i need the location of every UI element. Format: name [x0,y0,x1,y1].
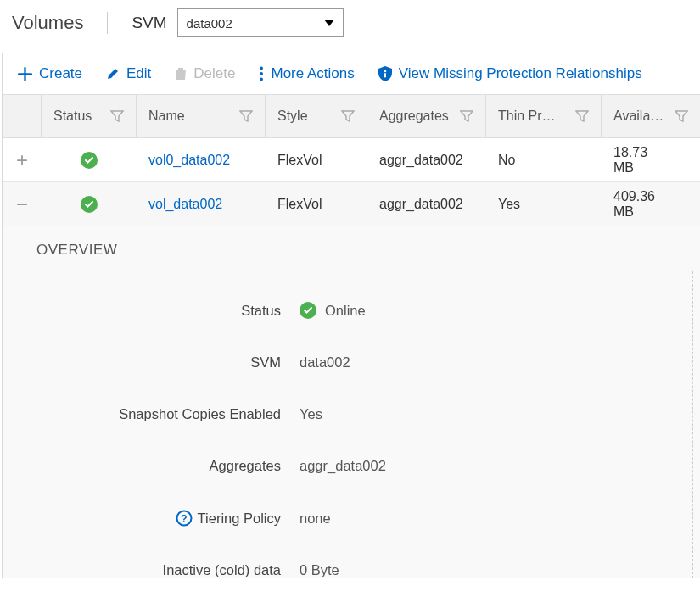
prop-value-aggregates: aggr_data002 [300,458,386,474]
volume-link[interactable]: vol_data002 [148,197,222,212]
prop-label-aggregates: Aggregates [36,458,300,474]
table-row[interactable]: − vol_data002 FlexVol aggr_data002 Yes 4… [3,182,700,226]
page-title: Volumes [12,12,83,34]
filter-icon[interactable] [341,110,355,122]
svg-point-1 [260,72,263,75]
more-actions-label: More Actions [271,65,354,82]
status-online-icon [81,196,98,213]
filter-icon[interactable] [675,110,688,122]
overview-heading: OVERVIEW [36,242,693,271]
cell-style: FlexVol [266,153,367,168]
col-aggregates[interactable]: Aggregates [367,95,486,137]
cell-available: 409.36 MB [602,189,700,220]
trash-icon [175,67,187,81]
create-label: Create [39,65,82,82]
cell-aggregates: aggr_data002 [367,153,486,168]
delete-button: Delete [175,65,235,82]
prop-value-status: Online [300,302,366,319]
svm-select[interactable]: data002 [177,8,344,37]
cell-aggregates: aggr_data002 [367,197,486,212]
collapse-toggle[interactable]: − [3,192,42,216]
col-name[interactable]: Name [137,95,266,137]
prop-label-snapshot: Snapshot Copies Enabled [36,406,300,422]
header-divider [107,12,108,34]
svg-text:?: ? [181,513,187,525]
col-available[interactable]: Availa… [602,95,700,137]
cell-name: vol0_data002 [137,153,266,168]
volume-link[interactable]: vol0_data002 [148,153,230,168]
cell-thin: No [486,153,602,168]
svg-rect-4 [384,73,386,77]
prop-label-svm: SVM [36,354,300,371]
col-status[interactable]: Status [42,95,137,137]
row-detail: OVERVIEW Status Online SVM data002 Snaps… [3,226,700,578]
svm-select-value: data002 [187,16,324,31]
more-actions-button[interactable]: More Actions [259,65,354,82]
filter-icon[interactable] [239,110,253,122]
prop-label-inactive: Inactive (cold) data [36,562,300,578]
status-online-icon [81,152,98,169]
prop-label-status: Status [36,303,300,319]
shield-icon [378,66,392,81]
toolbar: Create Edit Delete More Actions View Mis… [3,53,700,94]
prop-value-inactive: 0 Byte [300,562,339,578]
filter-icon[interactable] [460,110,473,122]
view-missing-label: View Missing Protection Relationships [399,65,642,82]
view-missing-button[interactable]: View Missing Protection Relationships [378,65,642,82]
cell-name: vol_data002 [137,197,266,212]
svg-point-2 [260,78,263,81]
svm-label: SVM [132,14,166,32]
status-online-icon [300,302,316,319]
prop-value-snapshot: Yes [300,406,322,422]
plus-icon [18,67,32,81]
page-header: Volumes SVM data002 [0,0,700,53]
create-button[interactable]: Create [18,65,82,82]
edit-button[interactable]: Edit [106,65,151,82]
expand-toggle[interactable]: + [3,148,42,172]
filter-icon[interactable] [110,110,124,122]
table-columns: Status Name Style Aggregates Thin Pr… Av… [3,94,700,138]
cell-status [42,152,137,169]
delete-label: Delete [193,65,235,82]
cell-status [42,196,137,213]
filter-icon[interactable] [575,110,589,122]
prop-value-tiering: none [300,511,331,527]
svg-point-3 [384,70,386,73]
col-expander [3,95,42,137]
table-row[interactable]: + vol0_data002 FlexVol aggr_data002 No 1… [3,138,700,182]
prop-label-tiering: ? Tiering Policy [36,510,300,527]
cell-thin: Yes [486,197,602,212]
col-thin[interactable]: Thin Pr… [486,95,602,137]
vertical-dots-icon [259,66,264,81]
cell-available: 18.73 MB [602,145,700,176]
cell-style: FlexVol [266,197,367,212]
col-style[interactable]: Style [266,95,367,137]
svg-point-0 [260,67,263,70]
edit-label: Edit [126,65,151,82]
prop-value-svm: data002 [300,354,350,371]
chevron-down-icon [324,20,334,26]
pencil-icon [106,67,120,81]
help-icon[interactable]: ? [176,510,193,527]
